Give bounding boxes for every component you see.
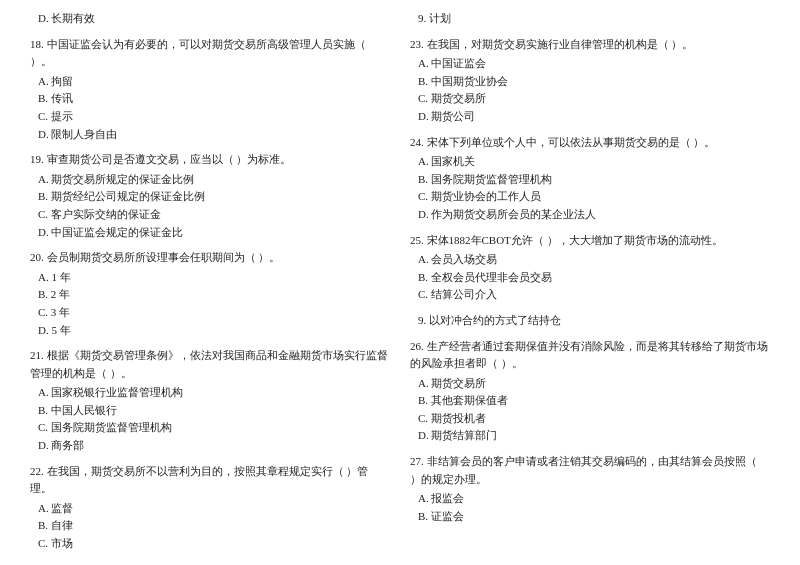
option-20c: C. 3 年	[30, 304, 390, 322]
question-25: 25. 宋体1882年CBOT允许（ ），大大增加了期货市场的流动性。 A. 会…	[410, 232, 770, 304]
right-column: 9. 计划 23. 在我国，对期货交易实施行业自律管理的机构是（ ）。 A. 中…	[410, 10, 770, 561]
question-23-title: 23. 在我国，对期货交易实施行业自律管理的机构是（ ）。	[410, 36, 770, 54]
question-20-title: 20. 会员制期货交易所所设理事会任职期间为（ ）。	[30, 249, 390, 267]
question-21-title: 21. 根据《期货交易管理条例》，依法对我国商品和金融期货市场实行监督管理的机构…	[30, 347, 390, 382]
option-20a: A. 1 年	[30, 269, 390, 287]
option-26a: A. 期货交易所	[410, 375, 770, 393]
option-23b: B. 中国期货业协会	[410, 73, 770, 91]
option-26d: D. 期货结算部门	[410, 427, 770, 445]
option-26b: B. 其他套期保值者	[410, 392, 770, 410]
question-18-title: 18. 中国证监会认为有必要的，可以对期货交易所高级管理人员实施（ ）。	[30, 36, 390, 71]
option-24a: A. 国家机关	[410, 153, 770, 171]
option-25a: A. 会员入场交易	[410, 251, 770, 269]
option-23a: A. 中国证监会	[410, 55, 770, 73]
option-21b: B. 中国人民银行	[30, 402, 390, 420]
left-column: D. 长期有效 18. 中国证监会认为有必要的，可以对期货交易所高级管理人员实施…	[30, 10, 390, 561]
option-27b: B. 证监会	[410, 508, 770, 526]
option-21c: C. 国务院期货监督管理机构	[30, 419, 390, 437]
option-18a: A. 拘留	[30, 73, 390, 91]
question-24-title: 24. 宋体下列单位或个人中，可以依法从事期货交易的是（ ）。	[410, 134, 770, 152]
option-18c: C. 提示	[30, 108, 390, 126]
option-21a: A. 国家税银行业监督管理机构	[30, 384, 390, 402]
question-24: 24. 宋体下列单位或个人中，可以依法从事期货交易的是（ ）。 A. 国家机关 …	[410, 134, 770, 224]
option-24b: B. 国务院期货监督管理机构	[410, 171, 770, 189]
option-19a: A. 期货交易所规定的保证金比例	[30, 171, 390, 189]
top-option-right: 9. 计划	[410, 10, 770, 28]
top-option-left: D. 长期有效	[30, 10, 390, 28]
question-26: 26. 生产经营者通过套期保值并没有消除风险，而是将其转移给了期货市场的风险承担…	[410, 338, 770, 446]
option-19d: D. 中国证监会规定的保证金比	[30, 224, 390, 242]
question-25-title: 25. 宋体1882年CBOT允许（ ），大大增加了期货市场的流动性。	[410, 232, 770, 250]
option-24c: C. 期货业协会的工作人员	[410, 188, 770, 206]
option-25b-text: 9. 以对冲合约的方式了结持仓	[410, 312, 770, 330]
question-26-title: 26. 生产经营者通过套期保值并没有消除风险，而是将其转移给了期货市场的风险承担…	[410, 338, 770, 373]
option-25b: B. 全权会员代理非会员交易	[410, 269, 770, 287]
option-27a: A. 报监会	[410, 490, 770, 508]
question-23: 23. 在我国，对期货交易实施行业自律管理的机构是（ ）。 A. 中国证监会 B…	[410, 36, 770, 126]
option-22c: C. 市场	[30, 535, 390, 553]
question-18: 18. 中国证监会认为有必要的，可以对期货交易所高级管理人员实施（ ）。 A. …	[30, 36, 390, 144]
question-21: 21. 根据《期货交易管理条例》，依法对我国商品和金融期货市场实行监督管理的机构…	[30, 347, 390, 455]
option-20d: D. 5 年	[30, 322, 390, 340]
question-22-title: 22. 在我国，期货交易所不以营利为目的，按照其章程规定实行（ ）管理。	[30, 463, 390, 498]
option-19b: B. 期货经纪公司规定的保证金比例	[30, 188, 390, 206]
question-22: 22. 在我国，期货交易所不以营利为目的，按照其章程规定实行（ ）管理。 A. …	[30, 463, 390, 553]
question-27-title: 27. 非结算会员的客户申请或者注销其交易编码的，由其结算会员按照（ ）的规定办…	[410, 453, 770, 488]
option-24d: D. 作为期货交易所会员的某企业法人	[410, 206, 770, 224]
option-26c: C. 期货投机者	[410, 410, 770, 428]
option-22b: B. 自律	[30, 517, 390, 535]
option-18d: D. 限制人身自由	[30, 126, 390, 144]
option-20b: B. 2 年	[30, 286, 390, 304]
option-18b: B. 传讯	[30, 90, 390, 108]
option-19c: C. 客户实际交纳的保证金	[30, 206, 390, 224]
question-19-title: 19. 审查期货公司是否遵文交易，应当以（ ）为标准。	[30, 151, 390, 169]
option-21d: D. 商务部	[30, 437, 390, 455]
option-22a: A. 监督	[30, 500, 390, 518]
question-27: 27. 非结算会员的客户申请或者注销其交易编码的，由其结算会员按照（ ）的规定办…	[410, 453, 770, 525]
option-23c: C. 期货交易所	[410, 90, 770, 108]
option-25c: C. 结算公司介入	[410, 286, 770, 304]
option-23d: D. 期货公司	[410, 108, 770, 126]
question-19: 19. 审查期货公司是否遵文交易，应当以（ ）为标准。 A. 期货交易所规定的保…	[30, 151, 390, 241]
question-20: 20. 会员制期货交易所所设理事会任职期间为（ ）。 A. 1 年 B. 2 年…	[30, 249, 390, 339]
question-25b: 9. 以对冲合约的方式了结持仓	[410, 312, 770, 330]
